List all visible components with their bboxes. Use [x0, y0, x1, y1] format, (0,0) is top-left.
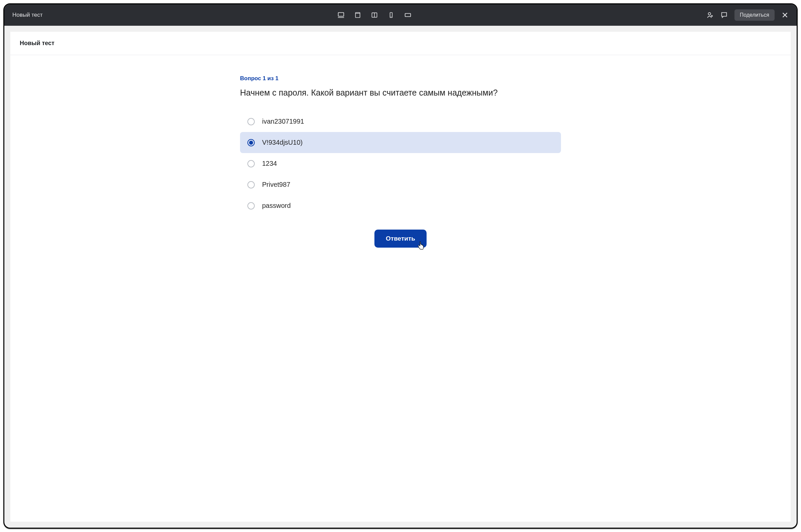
submit-row: Ответить: [240, 230, 561, 248]
option-label: password: [262, 202, 291, 210]
svg-rect-8: [405, 13, 411, 16]
close-icon[interactable]: [781, 11, 789, 19]
svg-point-9: [708, 13, 710, 15]
device-preview-switcher: [43, 11, 706, 19]
option-1[interactable]: V!934djsU10): [240, 132, 561, 153]
submit-button[interactable]: Ответить: [374, 230, 427, 248]
options-list: ivan23071991 V!934djsU10) 1234 Privet987: [240, 111, 561, 216]
radio-icon: [247, 202, 255, 210]
card-header: Новый тест: [11, 32, 790, 55]
topbar-actions: Поделиться: [706, 10, 789, 21]
option-label: V!934djsU10): [262, 139, 302, 146]
question-content: Вопрос 1 из 1 Начнем с пароля. Какой вар…: [234, 55, 567, 261]
option-0[interactable]: ivan23071991: [240, 111, 561, 132]
body-area: Новый тест Вопрос 1 из 1 Начнем с пароля…: [4, 26, 797, 528]
question-counter: Вопрос 1 из 1: [240, 75, 561, 82]
card-header-title: Новый тест: [20, 40, 781, 47]
topbar: Новый тест Подел: [4, 4, 797, 26]
mobile-icon[interactable]: [388, 11, 395, 19]
svg-rect-0: [338, 13, 344, 16]
radio-icon: [247, 118, 255, 125]
topbar-title: Новый тест: [12, 12, 43, 18]
option-2[interactable]: 1234: [240, 153, 561, 174]
option-label: ivan23071991: [262, 118, 304, 125]
option-3[interactable]: Privet987: [240, 174, 561, 195]
question-text: Начнем с пароля. Какой вариант вы считае…: [240, 88, 561, 98]
radio-icon: [247, 160, 255, 167]
option-label: Privet987: [262, 181, 291, 188]
widescreen-icon[interactable]: [404, 11, 412, 19]
test-card: Новый тест Вопрос 1 из 1 Начнем с пароля…: [11, 32, 790, 521]
comment-icon[interactable]: [721, 11, 728, 19]
app-window: Новый тест Подел: [3, 3, 798, 529]
share-button[interactable]: Поделиться: [734, 10, 775, 21]
desktop-icon[interactable]: [337, 11, 345, 19]
radio-icon: [247, 139, 255, 146]
split-view-icon[interactable]: [371, 11, 378, 19]
add-user-icon[interactable]: [706, 11, 714, 19]
tablet-landscape-icon[interactable]: [354, 11, 361, 19]
radio-icon: [247, 181, 255, 188]
option-label: 1234: [262, 160, 277, 167]
option-4[interactable]: password: [240, 195, 561, 216]
